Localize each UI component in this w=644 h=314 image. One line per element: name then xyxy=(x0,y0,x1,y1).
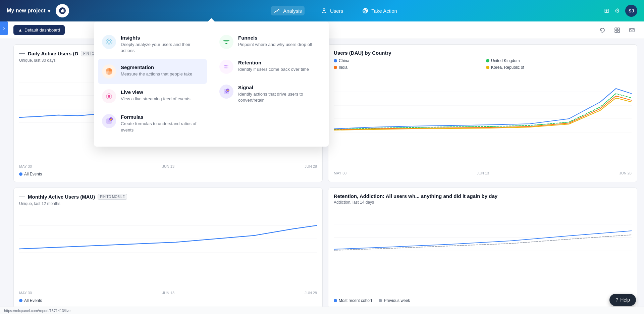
menu-item-funnels[interactable]: Funnels Pinpoint where and why users dro… xyxy=(215,30,325,54)
svg-rect-1 xyxy=(61,10,62,12)
signal-text: Signal Identify actions that drive users… xyxy=(238,85,321,103)
country-x-labels: MAY 30 JUN 13 JUN 28 xyxy=(334,170,632,176)
retention-card: Retention, Addiction: All users wh... an… xyxy=(328,188,637,309)
target-icon xyxy=(362,7,369,14)
nav-take-action-label: Take Action xyxy=(371,8,397,14)
segmentation-desc: Measure the actions that people take xyxy=(121,71,192,77)
nav-users-label: Users xyxy=(330,8,343,14)
retention-chart xyxy=(334,207,632,297)
menu-item-segmentation[interactable]: Segmentation Measure the actions that pe… xyxy=(98,59,207,84)
funnels-icon xyxy=(222,38,230,46)
country-chart: MAY 30 JUN 13 JUN 28 xyxy=(334,75,632,176)
formulas-title: Formulas xyxy=(121,114,203,120)
funnels-text: Funnels Pinpoint where and why users dro… xyxy=(238,35,312,48)
signal-title: Signal xyxy=(238,85,321,90)
prev-dot xyxy=(379,299,382,302)
project-name-label: My new project xyxy=(7,8,46,14)
help-button[interactable]: ? Help xyxy=(609,294,636,306)
project-name-button[interactable]: My new project ▾ xyxy=(7,8,50,14)
mau-pin-badge[interactable]: PIN TO MOBILE xyxy=(98,194,127,200)
formulas-text: Formulas Create formulas to understand r… xyxy=(121,114,203,133)
nav-analysis[interactable]: Analysis xyxy=(271,6,305,15)
analysis-dropdown: Insights Deeply analyze your users and t… xyxy=(94,21,329,147)
layout-icon[interactable] xyxy=(612,25,623,36)
dashboard-label: Default dashboard xyxy=(24,28,60,33)
china-dot xyxy=(334,59,337,62)
segmentation-icon-wrap xyxy=(102,64,116,78)
nav-users[interactable]: Users xyxy=(318,6,346,15)
menu-item-insights[interactable]: Insights Deeply analyze your users and t… xyxy=(98,30,207,59)
liveview-text: Live view View a live streaming feed of … xyxy=(121,89,191,102)
dash-icon: — xyxy=(19,50,25,57)
chevron-down-icon: ▾ xyxy=(48,8,50,14)
dau-card-subtitle: Unique, last 30 days xyxy=(19,58,103,63)
country-legend: China United Kingdom India Korea, Republ… xyxy=(334,58,632,70)
retention-legend-prev: Previous week xyxy=(379,298,410,303)
refresh-icon[interactable] xyxy=(597,25,608,36)
main-nav: Analysis Users Take Action xyxy=(74,6,597,15)
menu-item-retention[interactable]: Retention Identify if users come back ov… xyxy=(215,54,325,79)
grid-icon[interactable]: ⊞ xyxy=(604,7,609,14)
retention-icon-wrap xyxy=(219,60,233,74)
dashboard-button[interactable]: ▲ Default dashboard xyxy=(13,25,65,35)
segmentation-title: Segmentation xyxy=(121,64,192,70)
nav-take-action[interactable]: Take Action xyxy=(359,6,400,15)
retention-subtitle: Addiction, last 14 days xyxy=(334,200,632,205)
svg-point-44 xyxy=(227,67,228,68)
retention-icon xyxy=(222,63,230,71)
sidebar-toggle[interactable]: › xyxy=(0,21,8,35)
header-left: My new project ▾ xyxy=(7,4,74,17)
liveview-icon-wrap xyxy=(102,89,116,103)
dropdown-col-left: Insights Deeply analyze your users and t… xyxy=(94,27,211,141)
signal-icon-wrap: ⚡ xyxy=(219,85,233,99)
dau-card-title: — Daily Active Users (D PIN TO MO xyxy=(19,50,103,57)
logo-icon xyxy=(58,7,66,15)
svg-point-39 xyxy=(224,65,226,66)
mau-subtitle: Unique, last 12 months xyxy=(19,201,317,206)
svg-rect-3 xyxy=(63,9,64,12)
mau-chart: MAY 30 JUN 13 JUN 28 xyxy=(19,209,317,297)
svg-text:⚡: ⚡ xyxy=(109,118,113,121)
insights-desc: Deeply analyze your users and their acti… xyxy=(121,42,203,54)
retention-legend-cohort: Most recent cohort xyxy=(334,298,372,303)
insights-icon-wrap xyxy=(102,35,116,49)
country-korea: Korea, Republic of xyxy=(486,65,632,70)
formulas-icon: ÷ ⚡ xyxy=(105,117,113,125)
segmentation-icon xyxy=(105,67,113,75)
header: My new project ▾ Analysis Users xyxy=(0,0,644,21)
user-avatar[interactable]: SJ xyxy=(625,5,637,17)
country-card-title: Users (DAU) by Country xyxy=(334,50,632,56)
svg-rect-2 xyxy=(62,9,63,12)
country-uk: United Kingdom xyxy=(486,58,632,63)
dau-legend: All Events xyxy=(19,172,317,176)
legend-dot xyxy=(19,172,22,176)
retention-legend: Most recent cohort Previous week xyxy=(334,298,632,303)
svg-point-29 xyxy=(109,42,109,42)
mau-x-labels: MAY 30 JUN 13 JUN 28 xyxy=(19,290,317,296)
chart-icon xyxy=(274,7,280,14)
liveview-desc: View a live streaming feed of events xyxy=(121,96,191,102)
svg-point-40 xyxy=(226,65,227,66)
menu-item-liveview[interactable]: Live view View a live streaming feed of … xyxy=(98,84,207,109)
dropdown-col-right: Funnels Pinpoint where and why users dro… xyxy=(211,27,329,141)
cohort-dot xyxy=(334,299,337,302)
svg-point-4 xyxy=(323,9,325,11)
help-label: Help xyxy=(620,297,630,303)
nav-analysis-label: Analysis xyxy=(283,8,302,14)
logo xyxy=(56,4,69,17)
svg-point-30 xyxy=(108,95,110,98)
segmentation-text: Segmentation Measure the actions that pe… xyxy=(121,64,192,77)
status-url: https://mixpanel.com/report/1671413/live xyxy=(4,309,70,313)
menu-item-signal[interactable]: ⚡ Signal Identify actions that drive use… xyxy=(215,79,325,109)
svg-rect-10 xyxy=(615,31,617,33)
country-china: China xyxy=(334,58,479,63)
menu-item-formulas[interactable]: ÷ ⚡ Formulas Create formulas to understa… xyxy=(98,109,207,138)
dropdown-columns: Insights Deeply analyze your users and t… xyxy=(94,27,329,141)
mau-legend: All Events xyxy=(19,298,317,303)
email-icon[interactable] xyxy=(627,25,637,36)
country-card: Users (DAU) by Country China United King… xyxy=(328,44,637,182)
uk-dot xyxy=(486,59,489,62)
settings-icon[interactable]: ⚙ xyxy=(614,7,620,14)
svg-rect-9 xyxy=(618,28,620,30)
retention-card-title: Retention, Addiction: All users wh... an… xyxy=(334,193,632,199)
